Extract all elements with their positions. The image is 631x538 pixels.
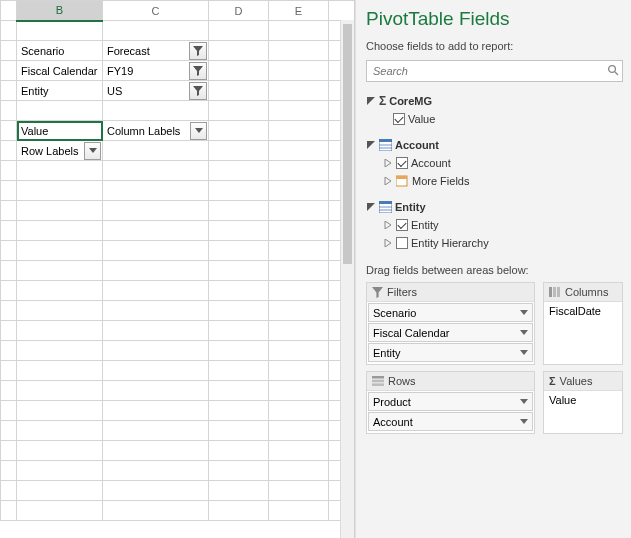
svg-rect-16 — [372, 380, 384, 383]
svg-rect-14 — [557, 287, 560, 297]
area-values-title: Values — [560, 375, 593, 387]
area-rows: Rows Product Account — [366, 371, 535, 434]
filter-item-scenario[interactable]: Scenario — [368, 303, 533, 322]
sigma-icon: Σ — [379, 92, 386, 110]
area-filters-title: Filters — [387, 286, 417, 298]
scrollbar-thumb[interactable] — [343, 24, 352, 264]
area-filters: Filters Scenario Fiscal Calendar Entity — [366, 282, 535, 365]
filter-entity-value: US — [107, 85, 122, 97]
filter-scenario-value-cell: Forecast — [103, 41, 209, 61]
svg-rect-13 — [553, 287, 556, 297]
pivot-column-labels-cell[interactable]: Column Labels — [103, 121, 209, 141]
collapse-icon[interactable] — [366, 140, 376, 150]
filter-fiscal-button[interactable] — [189, 62, 207, 80]
areas-grid: Filters Scenario Fiscal Calendar Entity … — [366, 282, 623, 434]
rows-item-account[interactable]: Account — [368, 412, 533, 431]
rows-icon — [372, 376, 384, 386]
svg-rect-3 — [379, 139, 392, 142]
col-header-E[interactable]: E — [269, 1, 329, 21]
col-header-D[interactable]: D — [209, 1, 269, 21]
area-values-head: Σ Values — [544, 372, 622, 390]
expand-icon[interactable] — [383, 158, 393, 168]
collapse-icon[interactable] — [366, 96, 376, 106]
pivot-empty-blue — [103, 141, 209, 161]
tree-group-account[interactable]: Account — [366, 136, 623, 154]
grid[interactable]: B C D E Scenario Forecast — [0, 0, 355, 521]
chevron-down-icon — [520, 419, 528, 424]
filter-entity-value-cell: US — [103, 81, 209, 101]
pivot-row-labels-text: Row Labels — [21, 145, 78, 157]
area-rows-title: Rows — [388, 375, 416, 387]
account-field-label: Account — [411, 154, 451, 172]
field-tree: Σ CoreMG Value Account Account — [366, 92, 623, 252]
col-header-B[interactable]: B — [17, 1, 103, 21]
table-icon — [379, 201, 392, 213]
tree-item-coremg-value[interactable]: Value — [366, 110, 623, 128]
chevron-down-icon — [520, 310, 528, 315]
tree-item-account-field[interactable]: Account — [366, 154, 623, 172]
expand-icon[interactable] — [383, 238, 393, 248]
col-header-C[interactable]: C — [103, 1, 209, 21]
search-container — [366, 60, 623, 82]
checkbox-entity[interactable] — [396, 219, 408, 231]
column-labels-dropdown[interactable] — [190, 122, 207, 140]
expand-icon[interactable] — [383, 220, 393, 230]
entity-label: Entity — [395, 198, 426, 216]
filter-scenario-label: Scenario — [17, 41, 103, 61]
filter-entity-button[interactable] — [189, 82, 207, 100]
filter-item-fiscal[interactable]: Fiscal Calendar — [368, 323, 533, 342]
panel-subtitle: Choose fields to add to report: — [366, 40, 623, 52]
columns-item-fiscaldate[interactable]: FiscalDate — [549, 305, 601, 317]
collapse-icon[interactable] — [366, 202, 376, 212]
account-label: Account — [395, 136, 439, 154]
rows-item-product[interactable]: Product — [368, 392, 533, 411]
checkbox-entity-hierarchy[interactable] — [396, 237, 408, 249]
svg-line-1 — [615, 72, 618, 75]
area-columns: Columns FiscalDate — [543, 282, 623, 365]
table-icon — [379, 139, 392, 151]
pivot-value-header[interactable]: Value — [17, 121, 103, 141]
svg-rect-7 — [396, 176, 407, 179]
filter-fiscal-value-cell: FY19 — [103, 61, 209, 81]
area-filters-head: Filters — [367, 283, 534, 301]
tree-group-coremg[interactable]: Σ CoreMG — [366, 92, 623, 110]
checkbox-account[interactable] — [396, 157, 408, 169]
more-fields-label: More Fields — [412, 172, 469, 190]
chevron-down-icon — [520, 399, 528, 404]
tree-group-entity[interactable]: Entity — [366, 198, 623, 216]
funnel-icon — [372, 287, 383, 298]
area-rows-body[interactable]: Product Account — [367, 390, 534, 433]
filter-fiscal-value: FY19 — [107, 65, 133, 77]
checkbox-value[interactable] — [393, 113, 405, 125]
funnel-icon — [193, 46, 203, 56]
entity-field-label: Entity — [411, 216, 439, 234]
filter-fiscal-label: Fiscal Calendar — [17, 61, 103, 81]
select-all-corner[interactable] — [1, 1, 17, 21]
filter-scenario-button[interactable] — [189, 42, 207, 60]
svg-rect-12 — [549, 287, 552, 297]
filter-scenario-value: Forecast — [107, 45, 150, 57]
columns-icon — [549, 287, 561, 297]
spreadsheet-area: B C D E Scenario Forecast — [0, 0, 355, 538]
coremg-value-label: Value — [408, 110, 435, 128]
search-input[interactable] — [366, 60, 623, 82]
area-columns-body[interactable]: FiscalDate — [544, 301, 622, 364]
vertical-scrollbar[interactable] — [340, 20, 354, 538]
filter-item-entity[interactable]: Entity — [368, 343, 533, 362]
app-root: B C D E Scenario Forecast — [0, 0, 631, 538]
expand-icon[interactable] — [383, 176, 393, 186]
column-header-row: B C D E — [1, 1, 356, 21]
entity-hierarchy-label: Entity Hierarchy — [411, 234, 489, 252]
tree-item-entity-field[interactable]: Entity — [366, 216, 623, 234]
area-rows-head: Rows — [367, 372, 534, 390]
row-labels-dropdown[interactable] — [84, 142, 101, 160]
area-filters-body[interactable]: Scenario Fiscal Calendar Entity — [367, 301, 534, 364]
tree-item-entity-hierarchy[interactable]: Entity Hierarchy — [366, 234, 623, 252]
values-item-value[interactable]: Value — [549, 394, 576, 406]
funnel-icon — [193, 86, 203, 96]
tree-item-more-fields[interactable]: More Fields — [366, 172, 623, 190]
pivot-row-labels-cell[interactable]: Row Labels — [17, 141, 103, 161]
chevron-down-icon — [89, 148, 97, 154]
col-header-blank[interactable] — [329, 1, 356, 21]
area-values-body[interactable]: Value — [544, 390, 622, 433]
